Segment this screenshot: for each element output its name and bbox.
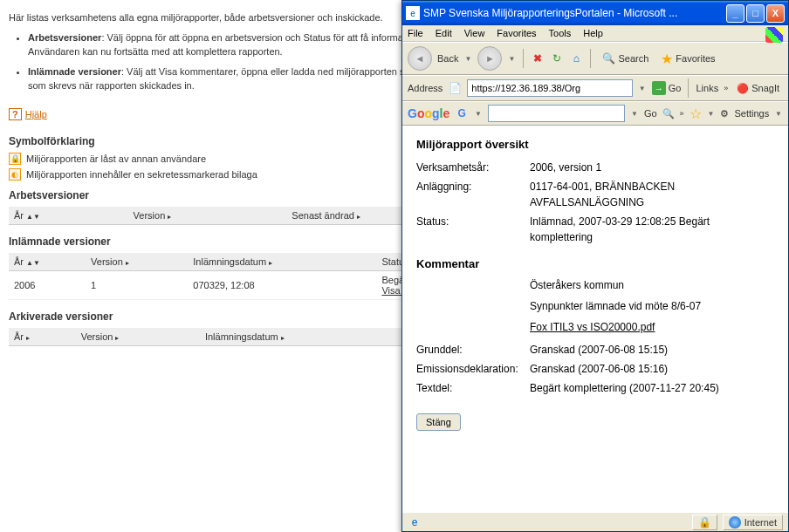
- star-icon: ★: [661, 51, 673, 67]
- back-label: Back: [437, 53, 458, 64]
- google-toolbar: Google G▼ ▼ Go 🔍 » ☆▼ ⚙ Settings▼: [402, 101, 788, 126]
- menu-favorites[interactable]: Favorites: [497, 28, 536, 38]
- label-status: Status:: [416, 214, 530, 245]
- th-version[interactable]: Version ▸: [76, 328, 200, 346]
- google-search-input[interactable]: [488, 105, 625, 122]
- kommentar-author: Österåkers kommun: [530, 279, 774, 291]
- attachment-link[interactable]: Fox ITIL3 vs ISO20000.pdf: [530, 321, 655, 333]
- google-go-icon[interactable]: 🔍: [662, 108, 675, 119]
- refresh-icon[interactable]: ↻: [550, 51, 564, 65]
- window-title: SMP Svenska MiljörapporteringsPortalen -…: [423, 7, 726, 19]
- lock-icon: 🔒: [698, 516, 711, 529]
- snagit-button[interactable]: 🔴SnagIt: [733, 81, 783, 96]
- ie-window: e SMP Svenska MiljörapporteringsPortalen…: [401, 0, 789, 532]
- address-bar: Address 📄 ▼ →Go Links » 🔴SnagIt: [402, 75, 788, 101]
- stang-button[interactable]: Stäng: [416, 413, 461, 431]
- ie-page-icon: e: [406, 6, 420, 20]
- forward-button[interactable]: ►: [477, 46, 502, 71]
- status-bar: e 🔒 Internet: [402, 512, 788, 531]
- label-verksamhetsar: Verksamhetsår:: [416, 160, 530, 175]
- zone-indicator: Internet: [723, 515, 783, 530]
- search-button[interactable]: 🔍Search: [598, 50, 652, 67]
- value-status: Inlämnad, 2007-03-29 12:08:25 Begärt kom…: [530, 214, 774, 245]
- menu-view[interactable]: View: [464, 28, 485, 38]
- label-grunddel: Grunddel:: [416, 342, 530, 358]
- favorites-button[interactable]: ★Favorites: [657, 49, 718, 69]
- titlebar[interactable]: e SMP Svenska MiljörapporteringsPortalen…: [402, 1, 788, 25]
- help-icon: ?: [9, 108, 22, 120]
- content-heading: Miljörapport översikt: [416, 138, 774, 151]
- menu-help[interactable]: Help: [583, 28, 603, 38]
- kommentar-heading: Kommentar: [416, 257, 774, 270]
- snagit-icon: 🔴: [737, 83, 749, 94]
- home-icon[interactable]: ⌂: [569, 51, 583, 65]
- back-dropdown[interactable]: ▼: [463, 51, 472, 66]
- google-go[interactable]: Go: [644, 108, 657, 119]
- address-input[interactable]: [467, 79, 632, 97]
- secret-icon: ◐: [9, 168, 21, 181]
- th-ar[interactable]: År ▲▼: [9, 253, 86, 271]
- address-dropdown[interactable]: ▼: [638, 80, 647, 96]
- globe-icon: [729, 516, 741, 529]
- bookmark-icon[interactable]: ☆: [690, 106, 702, 122]
- back-button[interactable]: ◄: [408, 46, 432, 71]
- kommentar-text: Synpunkter lämnade vid möte 8/6-07: [530, 300, 774, 312]
- go-button[interactable]: →Go: [652, 81, 682, 95]
- google-search-dropdown[interactable]: ▼: [630, 106, 639, 121]
- forward-dropdown[interactable]: ▼: [507, 51, 516, 66]
- value-emission: Granskad (2007-06-08 15:16): [530, 361, 774, 377]
- page-icon: 📄: [448, 81, 462, 95]
- address-label: Address: [408, 83, 443, 93]
- label-textdel: Textdel:: [416, 380, 530, 396]
- menu-tools[interactable]: Tools: [549, 28, 572, 38]
- label-anlaggning: Anläggning:: [416, 179, 530, 210]
- value-textdel: Begärt komplettering (2007-11-27 20:45): [530, 380, 774, 396]
- go-icon: →: [652, 81, 666, 95]
- windows-flag-icon: [765, 27, 783, 43]
- th-ar[interactable]: År ▲▼: [9, 207, 128, 225]
- menu-edit[interactable]: Edit: [436, 28, 452, 38]
- th-ar[interactable]: År ▸: [9, 328, 76, 346]
- ie-status-icon: e: [408, 515, 422, 529]
- search-icon: 🔍: [601, 51, 615, 65]
- links-label[interactable]: Links: [696, 83, 718, 93]
- gear-icon[interactable]: ⚙: [720, 108, 729, 119]
- value-anlaggning: 0117-64-001, BRÄNNBACKEN AVFALLSANLÄGGNI…: [530, 179, 774, 210]
- google-g-icon[interactable]: G: [455, 106, 469, 120]
- th-inlamning[interactable]: Inlämningsdatum ▸: [200, 328, 429, 346]
- settings-button[interactable]: Settings: [734, 108, 769, 119]
- lock-icon: 🔒: [9, 153, 21, 165]
- maximize-button[interactable]: □: [746, 4, 765, 23]
- stop-icon[interactable]: ✖: [531, 51, 545, 65]
- menubar: File Edit View Favorites Tools Help: [402, 25, 788, 42]
- page-content: Miljörapport översikt Verksamhetsår:2006…: [402, 126, 788, 512]
- th-inlamning[interactable]: Inlämningsdatum ▸: [188, 253, 376, 271]
- chevron-icon[interactable]: »: [724, 84, 728, 92]
- menu-file[interactable]: File: [408, 28, 423, 38]
- label-emission: Emissionsdeklaration:: [416, 361, 530, 377]
- th-version[interactable]: Version ▸: [128, 207, 287, 225]
- help-link[interactable]: Hjälp: [25, 109, 47, 119]
- value-grunddel: Granskad (2007-06-08 15:15): [530, 342, 774, 358]
- nav-toolbar: ◄ Back ▼ ► ▼ ✖ ↻ ⌂ 🔍Search ★Favorites: [402, 42, 788, 75]
- th-version[interactable]: Version ▸: [86, 253, 188, 271]
- google-logo[interactable]: Google: [408, 106, 449, 120]
- value-verksamhetsar: 2006, version 1: [530, 160, 774, 175]
- minimize-button[interactable]: _: [726, 4, 744, 23]
- close-button[interactable]: X: [766, 4, 785, 23]
